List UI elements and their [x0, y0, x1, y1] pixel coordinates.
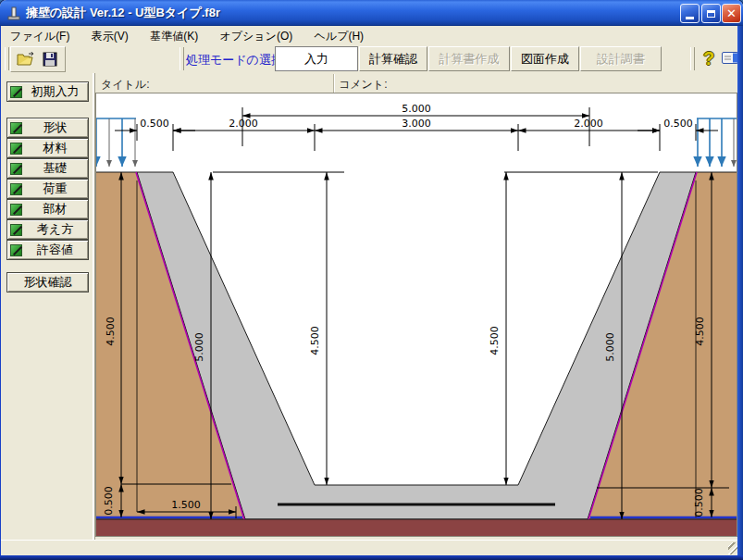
menu-file[interactable]: ファイル(F): [1, 26, 79, 46]
window-border-left: [0, 26, 1, 560]
dim-soil-left-height: 4.500: [105, 317, 117, 346]
mode-design-doc-button: 設計調書: [580, 46, 662, 71]
sidebar-item-shape[interactable]: 形状: [6, 118, 89, 138]
window-info-button[interactable]: [722, 52, 738, 64]
checked-icon: [10, 224, 22, 236]
checked-icon: [10, 244, 22, 256]
maximize-icon: [707, 10, 715, 18]
window-title: 擁壁の設計 Ver.12 - U型Bタイプ.f8r: [26, 5, 220, 21]
close-button[interactable]: ✕: [722, 4, 741, 23]
maximize-button[interactable]: [701, 4, 721, 23]
drawing-canvas: 5.000 0.500 2.000 3.000 2.000 0.500 4.50…: [95, 93, 737, 537]
open-file-button[interactable]: [14, 48, 38, 70]
toolbar-grip3: [690, 47, 695, 70]
open-folder-icon: [17, 52, 35, 67]
dim-top-total: 5.000: [402, 103, 431, 115]
header-row: タイトル: コメント:: [95, 74, 737, 93]
checked-icon: [10, 86, 22, 98]
sidebar-item-member[interactable]: 部材: [6, 199, 89, 219]
comment-field-label: コメント:: [339, 77, 387, 93]
menu-view[interactable]: 表示(V): [82, 26, 138, 46]
help-button[interactable]: ?: [700, 47, 718, 69]
minimize-icon: [686, 17, 694, 19]
minimize-button[interactable]: [680, 4, 700, 23]
sidebar-item-foundation[interactable]: 基礎: [6, 158, 89, 179]
dim-bottom-left-width: 1.500: [171, 499, 201, 511]
sidebar-item-load[interactable]: 荷重: [6, 179, 89, 199]
dim-wall-right-height: 5.000: [604, 332, 616, 362]
dim-soil-left-base: 0.500: [103, 486, 115, 516]
dim-top-wall-right: 0.500: [663, 118, 693, 130]
mode-select-label: 処理モードの選択: [186, 52, 283, 68]
save-floppy-icon: [43, 52, 57, 67]
toolbar-grip2: [180, 47, 184, 70]
sidebar-item-policy[interactable]: 考え方: [6, 219, 89, 240]
load-block-left: [96, 118, 136, 167]
sidebar-item-material[interactable]: 材料: [6, 138, 89, 158]
dim-top-wall-left: 0.500: [140, 118, 169, 130]
sidebar-item-initial-input[interactable]: 初期入力: [6, 81, 89, 102]
window-border-right: [737, 26, 743, 560]
dim-inner-right-depth: 4.500: [489, 326, 501, 355]
mode-report-button: 計算書作成: [428, 46, 510, 71]
menu-help[interactable]: ヘルプ(H): [305, 26, 374, 46]
sidebar: 初期入力 形状 材料 基礎 荷重 部材: [1, 73, 95, 540]
toolbar: 処理モードの選択 入力 計算確認 計算書作成 図面作成 設計調書 ?: [1, 44, 742, 73]
dim-soil-right-base: 0.500: [693, 488, 705, 517]
file-tool-group: [10, 46, 66, 72]
mode-drawing-button[interactable]: 図面作成: [511, 46, 579, 71]
sidebar-item-allowable[interactable]: 許容値: [6, 240, 89, 260]
window-border-bottom: [0, 555, 743, 560]
mode-input-button[interactable]: 入力: [275, 46, 358, 71]
shape-confirm-button[interactable]: 形状確認: [6, 272, 89, 292]
dim-soil-right-height: 4.500: [694, 317, 706, 346]
menu-options[interactable]: オプション(O): [210, 26, 302, 46]
menu-bar: ファイル(F) 表示(V) 基準値(K) オプション(O) ヘルプ(H): [1, 26, 742, 45]
mode-calc-check-button[interactable]: 計算確認: [359, 46, 427, 71]
checked-icon: [10, 143, 22, 155]
header-divider: [333, 74, 335, 93]
dim-wall-left-height: 5.000: [193, 332, 205, 362]
save-file-button[interactable]: [38, 48, 62, 70]
app-window: 擁壁の設計 Ver.12 - U型Bタイプ.f8r ✕ ファイル(F) 表示(V…: [0, 0, 743, 560]
toolbar-grip: [5, 47, 9, 70]
app-icon: [6, 6, 21, 20]
load-block-right: [697, 118, 737, 167]
dim-top-slope-right: 2.000: [574, 118, 603, 130]
body-area: 初期入力 形状 材料 基礎 荷重 部材: [1, 73, 737, 540]
close-icon: ✕: [726, 7, 737, 19]
main-panel: タイトル: コメント:: [95, 73, 737, 540]
checked-icon: [10, 163, 22, 175]
foundation-ground: [96, 519, 737, 536]
checked-icon: [10, 204, 22, 216]
title-bar: 擁壁の設計 Ver.12 - U型Bタイプ.f8r ✕: [0, 0, 743, 26]
dim-top-slope-left: 2.000: [229, 118, 258, 130]
mode-buttons: 入力 計算確認 計算書作成 図面作成 設計調書: [275, 46, 663, 71]
dim-inner-left-depth: 4.500: [309, 326, 321, 355]
menu-standard-values[interactable]: 基準値(K): [141, 26, 207, 46]
checked-icon: [10, 122, 22, 134]
status-bar: [1, 540, 742, 556]
checked-icon: [10, 183, 22, 195]
dim-top-base: 3.000: [402, 118, 431, 130]
wall-section-drawing: 5.000 0.500 2.000 3.000 2.000 0.500 4.50…: [96, 93, 737, 536]
title-field-label: タイトル:: [101, 77, 149, 93]
